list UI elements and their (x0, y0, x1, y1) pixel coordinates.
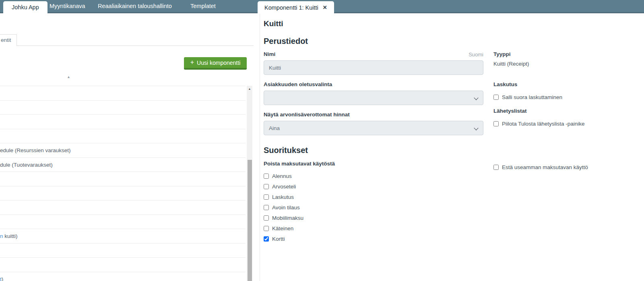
section-heading-perustiedot: Perustiedot (264, 37, 308, 46)
top-navigation-bar: Johku App Myyntikanava Reaaliaikainen ta… (0, 0, 644, 13)
piilota-checkbox-label: Piilota Tulosta lähetyslista -painike (502, 121, 585, 127)
plus-icon: + (190, 59, 194, 66)
table-row[interactable] (0, 172, 246, 186)
row-link-fragment: n (0, 233, 3, 239)
salli-suora-checkbox-row: Salli suora laskuttaminen (493, 94, 562, 100)
table-row[interactable] (0, 215, 246, 229)
laskutus-label: Laskutus (493, 81, 517, 87)
table-row[interactable] (0, 258, 246, 272)
payment-method-checkbox[interactable] (264, 226, 269, 231)
table-row[interactable]: edule (Resurssien varaukset) (0, 143, 246, 158)
table-row[interactable]: t) (0, 272, 246, 281)
payment-method-checkbox[interactable] (264, 174, 269, 179)
table-row[interactable] (0, 86, 246, 101)
piilota-checkbox-row: Piilota Tulosta lähetyslista -painike (493, 121, 585, 127)
payment-method-row: Avoin tilaus (264, 205, 303, 211)
payment-method-checkbox[interactable] (264, 215, 269, 221)
scrollbar-up-arrow-icon[interactable]: ▲ (247, 86, 252, 92)
esta-checkbox-label: Estä useamman maksutavan käyttö (502, 164, 588, 170)
chevron-down-icon (474, 126, 478, 130)
table-row[interactable] (0, 129, 246, 144)
vertical-scrollbar[interactable]: ▲ (247, 86, 252, 281)
component-list-pane: entit + Uusi komponentti ▲ edule (Resurs… (0, 13, 260, 281)
subtab-komponentit-partial[interactable]: entit (0, 34, 17, 46)
payment-method-row: Laskutus (264, 194, 303, 200)
chevron-down-icon (474, 95, 478, 100)
detail-tab-label: Komponentti 1: Kuitti (264, 2, 318, 14)
tyyppi-value: Kuitti (Receipt) (493, 61, 529, 67)
payment-method-label: Käteinen (272, 225, 293, 231)
payment-method-row: Kortti (264, 236, 303, 242)
salli-suora-checkbox-label: Salli suora laskuttaminen (502, 94, 562, 100)
payment-method-row: Käteinen (264, 225, 303, 231)
new-component-button-label: Uusi komponentti (197, 60, 240, 66)
page-title: Kuitti (264, 19, 283, 28)
component-editor-panel: Kuitti Perustiedot Nimi Suomi Kuitti Asi… (260, 13, 644, 281)
payment-method-checkbox[interactable] (264, 236, 269, 242)
table-row[interactable] (0, 200, 246, 215)
tyyppi-label: Tyyppi (493, 51, 511, 57)
table-row[interactable] (0, 244, 246, 258)
table-row-label: dule (Tuotevaraukset) (0, 161, 53, 167)
row-link-fragment: t (0, 276, 2, 281)
component-table: edule (Resurssien varaukset)dule (Tuotev… (0, 86, 246, 281)
payment-method-checkbox[interactable] (264, 194, 269, 200)
table-row-label: n kuitti) (0, 233, 18, 239)
payment-method-row: Arvoseteli (264, 184, 303, 190)
payment-method-label: Avoin tilaus (272, 205, 300, 211)
payment-method-label: Mobiilimaksu (272, 215, 303, 221)
nav-item-myyntikanava[interactable]: Myyntikanava (50, 0, 85, 12)
nav-item-taloushallinto[interactable]: Reaaliaikainen taloushallinto (98, 0, 172, 12)
payment-method-label: Laskutus (272, 194, 294, 200)
scrollbar-thumb[interactable] (248, 160, 252, 281)
tab-komponentti-1-kuitti[interactable]: Komponentti 1: Kuitti ✕ (258, 1, 334, 14)
tab-johku-app[interactable]: Johku App (3, 1, 47, 14)
table-row[interactable] (0, 115, 246, 129)
table-row[interactable] (0, 101, 246, 115)
close-icon[interactable]: ✕ (323, 4, 327, 10)
sort-ascending-icon[interactable]: ▲ (67, 75, 70, 79)
piilota-checkbox[interactable] (493, 121, 499, 126)
table-row-label: t) (0, 276, 3, 281)
asiakkuus-select[interactable] (264, 91, 483, 105)
subtab-divider (17, 45, 254, 46)
asiakkuus-label: Asiakkuuden oletusvalinta (264, 81, 332, 87)
nimi-input-value: Kuitti (269, 65, 281, 71)
new-component-button[interactable]: + Uusi komponentti (184, 57, 247, 70)
section-heading-suoritukset: Suoritukset (264, 146, 308, 155)
payment-method-row: Mobiilimaksu (264, 215, 303, 221)
esta-checkbox-row: Estä useamman maksutavan käyttö (493, 164, 588, 170)
table-row[interactable]: dule (Tuotevaraukset) (0, 158, 246, 172)
poista-maksutavat-label: Poista maksutavat käytöstä (264, 161, 335, 167)
payment-method-checkbox[interactable] (264, 205, 269, 210)
table-row-label: edule (Resurssien varaukset) (0, 147, 71, 153)
payment-method-label: Kortti (272, 236, 285, 242)
alv-label: Näytä arvonlisäverottomat hinnat (264, 112, 350, 118)
nimi-input[interactable]: Kuitti (264, 60, 483, 75)
payment-method-row: Alennus (264, 173, 303, 179)
alv-select-value: Aina (269, 125, 280, 131)
esta-checkbox[interactable] (493, 165, 499, 170)
table-row[interactable]: n kuitti) (0, 229, 246, 244)
nav-item-templatet[interactable]: Templatet (190, 0, 216, 12)
lahetyslistat-label: Lähetyslistat (493, 108, 527, 114)
payment-method-label: Arvoseteli (272, 184, 296, 190)
locale-label: Suomi (264, 52, 483, 58)
payment-method-checkbox[interactable] (264, 184, 269, 189)
salli-suora-checkbox[interactable] (493, 95, 499, 100)
payment-method-list: AlennusArvoseteliLaskutusAvoin tilausMob… (264, 173, 303, 246)
alv-select[interactable]: Aina (264, 121, 483, 135)
payment-method-label: Alennus (272, 173, 292, 179)
table-row[interactable] (0, 186, 246, 201)
